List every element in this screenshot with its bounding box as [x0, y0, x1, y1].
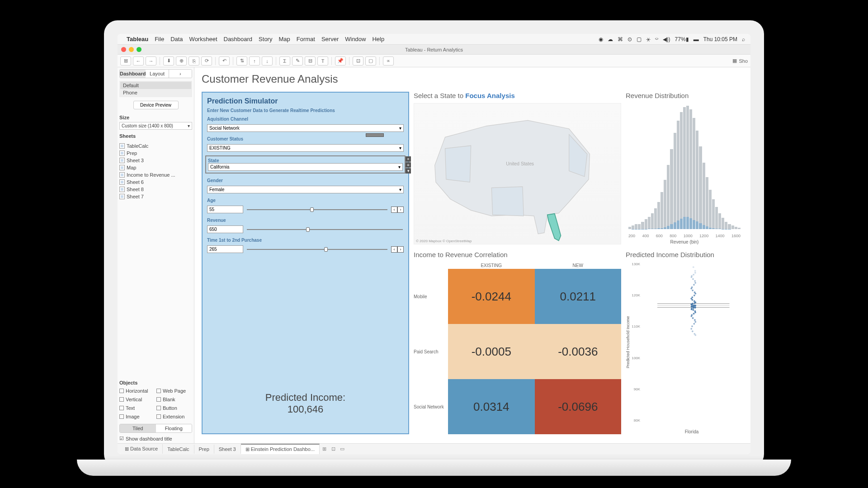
map-viz[interactable]: United States © 2020 Mapbox © OpenStreet… [414, 103, 621, 244]
status-search-icon[interactable]: ⊙ [627, 36, 632, 42]
sheet-item[interactable]: Sheet 6 [119, 178, 192, 186]
toolbar-group-button[interactable]: ⊟ [305, 56, 316, 66]
menu-help[interactable]: Help [372, 36, 384, 42]
time-dec-button[interactable]: ‹ [391, 246, 397, 253]
show-title-checkbox[interactable]: ☑ Show dashboard title [119, 436, 192, 441]
sheet-item[interactable]: Sheet 7 [119, 193, 192, 200]
chevron-down-icon[interactable]: ▾ [406, 168, 411, 174]
object-item[interactable]: Vertical [119, 396, 155, 403]
age-inc-button[interactable]: › [397, 206, 404, 213]
menu-format[interactable]: Format [297, 36, 315, 42]
toolbar-highlight-button[interactable]: ✎ [292, 56, 303, 66]
histogram-bar[interactable] [686, 106, 689, 229]
toolbar-forward-button[interactable]: → [146, 56, 156, 66]
status-volume-icon[interactable]: ◀)) [663, 36, 670, 42]
size-select[interactable]: Custom size (1400 x 800)▾ [119, 122, 192, 130]
scatter-viz[interactable]: Predicted Household Income 130K120K110K1… [626, 262, 743, 434]
remove-button[interactable]: × [406, 156, 411, 162]
heatmap-cell[interactable]: -0.0036 [535, 324, 622, 379]
sheet-tab[interactable]: TableCalc [163, 445, 194, 454]
sheet-item[interactable]: Sheet 3 [119, 157, 192, 164]
histogram-bar[interactable] [693, 118, 695, 229]
histogram-bar[interactable] [738, 228, 741, 229]
age-slider[interactable] [247, 209, 387, 210]
histogram-bar[interactable] [628, 227, 631, 229]
new-dashboard-button[interactable]: ⊡ [329, 445, 338, 454]
histogram-bar[interactable] [657, 202, 660, 229]
options-button[interactable]: ≡ [406, 162, 411, 168]
menu-server[interactable]: Server [321, 36, 339, 42]
toolbar-swap-button[interactable]: ⇅ [236, 56, 247, 66]
toolbar-present-button[interactable]: ▢ [365, 56, 376, 66]
histogram-bar[interactable] [718, 213, 721, 229]
status-select[interactable]: EXISTING▾ [207, 144, 404, 152]
histogram-bar[interactable] [648, 217, 651, 229]
status-cloud-icon[interactable]: ☁ [608, 36, 613, 42]
toolbar-sort-asc-button[interactable]: ↑ [249, 56, 260, 66]
minimize-window-button[interactable] [129, 47, 134, 52]
state-select[interactable]: California▾ [208, 163, 403, 171]
revenue-slider[interactable] [247, 229, 403, 230]
close-window-button[interactable] [121, 47, 126, 52]
sidebar-tab-dashboard[interactable]: Dashboard [120, 70, 146, 78]
age-input[interactable]: 55 [207, 206, 243, 213]
age-dec-button[interactable]: ‹ [391, 206, 397, 213]
status-bluetooth-icon[interactable]: ⚹ [646, 36, 651, 42]
toolbar-pin-button[interactable]: 📌 [335, 56, 346, 66]
menu-file[interactable]: File [155, 36, 164, 42]
histogram-bar[interactable] [660, 192, 663, 229]
device-default[interactable]: Default [120, 82, 191, 89]
heatmap-viz[interactable]: EXISTING NEW Mobile-0.02440.0211Paid Sea… [414, 262, 621, 434]
histogram-bar[interactable] [689, 109, 692, 229]
sheet-tab-active[interactable]: ⊞ Einstein Prediction Dashbo... [241, 444, 320, 454]
heatmap-cell[interactable]: -0.0005 [448, 324, 535, 379]
histogram-bar[interactable] [728, 224, 731, 229]
histogram-bar[interactable] [725, 222, 727, 229]
histogram-bar[interactable] [703, 163, 705, 229]
histogram-bar[interactable] [731, 225, 734, 229]
new-story-button[interactable]: ▭ [338, 445, 347, 454]
histogram-bar[interactable] [699, 146, 702, 229]
histogram-bar[interactable] [715, 207, 718, 229]
toolbar-paste-button[interactable]: ⎘ [189, 56, 199, 66]
histogram-bar[interactable] [706, 177, 708, 229]
object-item[interactable]: Blank [156, 396, 192, 403]
sheet-tab[interactable]: Prep [194, 445, 214, 454]
histogram-bar[interactable] [735, 227, 737, 229]
sheet-item[interactable]: Income to Revenue ... [119, 171, 192, 178]
toolbar-refresh-button[interactable]: ⟳ [201, 56, 212, 66]
status-globe-icon[interactable]: ◉ [599, 36, 603, 42]
status-display-icon[interactable]: ▢ [637, 36, 642, 42]
status-flag-icon[interactable]: ▬ [693, 36, 699, 42]
status-spotlight-icon[interactable]: ⌕ [742, 36, 745, 42]
menu-dashboard[interactable]: Dashboard [224, 36, 253, 42]
toolbar-fit-button[interactable]: ⊡ [353, 56, 363, 66]
app-name[interactable]: Tableau [127, 36, 148, 42]
menu-worksheet[interactable]: Worksheet [189, 36, 217, 42]
histogram-bar[interactable] [709, 190, 712, 229]
device-preview-button[interactable]: Device Preview [133, 101, 179, 109]
histogram-bar[interactable] [641, 222, 644, 229]
time-slider[interactable] [247, 249, 387, 250]
histogram-bar[interactable] [683, 107, 686, 229]
status-bug-icon[interactable]: ⌘ [618, 36, 623, 42]
histogram-bar[interactable] [722, 218, 724, 229]
revenue-input[interactable]: 650 [207, 225, 243, 233]
toolbar-sort-desc-button[interactable]: ↓ [262, 56, 273, 66]
toolbar-undo-button[interactable]: ↶ [219, 56, 230, 66]
device-phone[interactable]: Phone [120, 89, 191, 96]
menu-data[interactable]: Data [170, 36, 183, 42]
histogram-bar[interactable] [680, 112, 683, 229]
object-item[interactable]: Text [119, 404, 155, 412]
new-worksheet-button[interactable]: ⊞ [320, 445, 329, 454]
sheet-tab[interactable]: Sheet 3 [214, 445, 241, 454]
heatmap-cell[interactable]: -0.0244 [448, 269, 535, 324]
maximize-window-button[interactable] [137, 47, 142, 52]
heatmap-cell[interactable]: -0.0696 [535, 379, 622, 434]
sheet-item[interactable]: TableCalc [119, 142, 192, 150]
histogram-bar[interactable] [651, 213, 654, 229]
object-item[interactable]: Extension [156, 413, 192, 420]
sidebar-tab-layout[interactable]: Layout [146, 70, 168, 78]
histogram-bar[interactable] [667, 165, 670, 229]
sheet-item[interactable]: Prep [119, 150, 192, 157]
